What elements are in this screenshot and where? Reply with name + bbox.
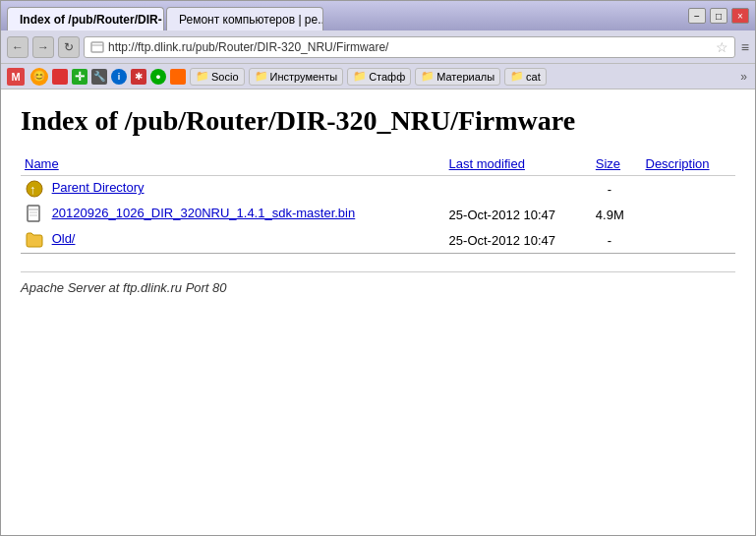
bin-file-size: 4.9M: [592, 202, 642, 227]
table-row: ↑ Parent Directory -: [21, 176, 735, 202]
bug-icon[interactable]: ✱: [131, 69, 146, 85]
tab1-label: Index of /pub/Router/DIR-: [20, 13, 162, 27]
bookmark-materials[interactable]: 📁 Материалы: [415, 68, 500, 86]
bookmark-staff[interactable]: 📁 Стафф: [347, 68, 411, 86]
bin-file-link[interactable]: 20120926_1026_DIR_320NRU_1.4.1_sdk-maste…: [52, 206, 356, 220]
bookmark-socio-label: Socio: [211, 71, 239, 83]
nav-bar: ← → ↻ http://ftp.dlink.ru/pub/Router/DIR…: [1, 30, 755, 64]
apache-footer: Apache Server at ftp.dlink.ru Port 80: [21, 271, 735, 295]
col-description-link[interactable]: Description: [646, 156, 710, 171]
bookmarks-bar: M 😊 ✛ 🔧 i ✱ ● 📁 Socio 📁 Инструменты 📁 Ст…: [1, 64, 755, 89]
tab-bar: i Index of /pub/Router/DIR- × Ремонт ком…: [7, 1, 323, 30]
address-text: http://ftp.dlink.ru/pub/Router/DIR-320_N…: [108, 40, 712, 54]
red-icon[interactable]: [52, 69, 68, 85]
bookmark-instruments[interactable]: 📁 Инструменты: [249, 68, 344, 86]
orange-icon[interactable]: [170, 69, 186, 85]
bookmark-cat-icon: 📁: [510, 70, 524, 83]
page-content: Index of /pub/Router/DIR-320_NRU/Firmwar…: [1, 89, 755, 535]
close-button[interactable]: ×: [731, 8, 749, 24]
bookmark-cat[interactable]: 📁 cat: [504, 68, 547, 86]
page-title: Index of /pub/Router/DIR-320_NRU/Firmwar…: [21, 105, 735, 137]
separator-row: [21, 254, 735, 257]
col-name-link[interactable]: Name: [25, 156, 59, 171]
green-circle-icon[interactable]: ●: [150, 69, 166, 85]
refresh-icon: ↻: [64, 40, 74, 54]
minimize-button[interactable]: −: [688, 8, 706, 24]
old-dir-icon: [25, 231, 52, 246]
file-name-cell: ↑ Parent Directory: [21, 176, 445, 202]
bookmarks-more-button[interactable]: »: [738, 68, 749, 86]
browser-window: i Index of /pub/Router/DIR- × Ремонт ком…: [0, 0, 756, 536]
bookmark-staff-icon: 📁: [353, 70, 367, 83]
bookmark-socio-icon: 📁: [196, 70, 209, 83]
svg-rect-3: [91, 42, 103, 52]
svg-text:↑: ↑: [29, 182, 36, 197]
bin-file-desc: [642, 202, 736, 227]
address-bar[interactable]: http://ftp.dlink.ru/pub/Router/DIR-320_N…: [84, 36, 735, 58]
parent-dir-modified: [445, 176, 592, 202]
col-size-link[interactable]: Size: [596, 156, 620, 171]
tab-1[interactable]: i Index of /pub/Router/DIR- ×: [7, 7, 164, 30]
col-size[interactable]: Size: [592, 152, 642, 176]
refresh-button[interactable]: ↻: [58, 36, 80, 58]
forward-button[interactable]: →: [32, 36, 54, 58]
old-dir-modified: 25-Oct-2012 10:47: [445, 227, 592, 254]
bookmark-cat-label: cat: [526, 71, 541, 83]
cyan-icon[interactable]: i: [111, 69, 127, 85]
file-table: Name Last modified Size Description: [21, 152, 735, 256]
col-last-modified[interactable]: Last modified: [445, 152, 592, 176]
star-icon[interactable]: ☆: [716, 39, 728, 55]
old-dir-desc: [642, 227, 736, 254]
bin-file-icon: [25, 206, 52, 220]
bookmark-materials-label: Материалы: [436, 71, 494, 83]
tab-2[interactable]: Ремонт компьютеров | ре... ×: [166, 7, 323, 30]
bookmark-socio[interactable]: 📁 Socio: [190, 68, 245, 86]
maximize-button[interactable]: □: [710, 8, 727, 24]
bookmark-materials-icon: 📁: [421, 70, 435, 83]
menu-icon[interactable]: ≡: [741, 39, 749, 55]
back-icon: ←: [12, 40, 24, 54]
bookmark-staff-label: Стафф: [369, 71, 405, 83]
old-dir-name-cell: Old/: [21, 227, 445, 254]
tools-icon[interactable]: 🔧: [91, 69, 107, 85]
table-row: 20120926_1026_DIR_320NRU_1.4.1_sdk-maste…: [21, 202, 735, 227]
old-dir-size: -: [592, 227, 642, 254]
tab2-label: Ремонт компьютеров | ре...: [179, 13, 323, 27]
col-name[interactable]: Name: [21, 152, 445, 176]
gmail-icon[interactable]: M: [7, 68, 25, 86]
parent-dir-icon: ↑: [25, 180, 52, 195]
parent-dir-link[interactable]: Parent Directory: [52, 180, 145, 195]
old-dir-link[interactable]: Old/: [52, 231, 76, 246]
bookmark-instruments-icon: 📁: [255, 70, 268, 83]
smiley-icon[interactable]: 😊: [30, 68, 48, 86]
bin-file-modified: 25-Oct-2012 10:47: [445, 202, 592, 227]
green-cross-icon[interactable]: ✛: [72, 69, 87, 85]
bin-file-name-cell: 20120926_1026_DIR_320NRU_1.4.1_sdk-maste…: [21, 202, 445, 227]
svg-rect-7: [28, 206, 39, 221]
back-button[interactable]: ←: [7, 36, 29, 58]
url-icon: [90, 40, 104, 54]
bookmark-instruments-label: Инструменты: [270, 71, 338, 83]
window-controls: − □ ×: [688, 8, 749, 24]
table-row: Old/ 25-Oct-2012 10:47 -: [21, 227, 735, 254]
title-bar: i Index of /pub/Router/DIR- × Ремонт ком…: [1, 1, 755, 30]
col-last-modified-link[interactable]: Last modified: [449, 156, 525, 171]
forward-icon: →: [37, 40, 49, 54]
parent-dir-size: -: [592, 176, 642, 202]
parent-dir-desc: [642, 176, 736, 202]
col-description[interactable]: Description: [642, 152, 736, 176]
